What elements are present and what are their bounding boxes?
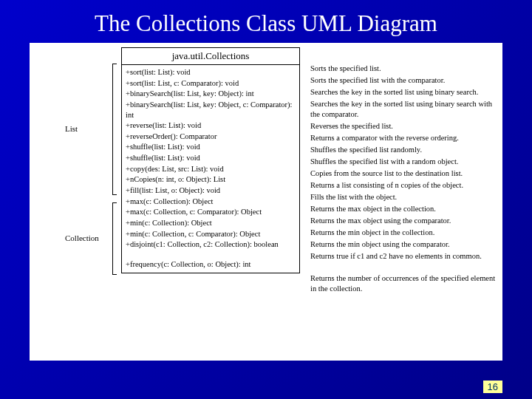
collection-label: Collection — [65, 233, 99, 242]
method-sig: +disjoint(c1: Collection, c2: Collection… — [126, 239, 300, 259]
method-sig: +binarySearch(list: List, key: Object, c… — [126, 100, 300, 120]
method-desc: Fills the list with the object. — [310, 192, 502, 202]
method-desc: Shuffles the specified list randomly. — [310, 145, 502, 155]
method-desc: Reverses the specified list. — [310, 121, 502, 132]
method-sig: +sort(list: List, c: Comparator): void — [126, 78, 300, 89]
method-sig: +max(c: Collection): Object — [126, 197, 300, 207]
method-sig: +max(c: Collection, c: Comparator): Obje… — [126, 207, 300, 217]
method-sig: +shuffle(list: List): void — [126, 153, 300, 163]
list-label: List — [65, 124, 78, 133]
collection-bracket — [112, 202, 117, 275]
diagram-container: java.util.Collections +sort(list: List):… — [30, 43, 502, 361]
uml-members-box: +sort(list: List): void +sort(list: List… — [121, 65, 300, 273]
page-number: 16 — [483, 381, 502, 393]
method-desc: Returns a comparator with the reverse or… — [310, 133, 502, 143]
method-sig: +reverseOrder(): Comparator — [126, 132, 300, 142]
method-desc: Returns the number of occurrences of the… — [310, 273, 502, 293]
list-bracket — [112, 64, 117, 195]
method-desc: Shuffles the specified list with a rando… — [310, 157, 502, 167]
method-desc: Searches the key in the sorted list usin… — [310, 87, 502, 98]
method-desc: Searches the key in the sorted list usin… — [310, 99, 502, 119]
method-sig: +min(c: Collection): Object — [126, 218, 300, 228]
method-desc: Returns the min object using the compara… — [310, 239, 502, 250]
method-sig: +fill(list: List, o: Object): void — [126, 185, 300, 196]
method-sig: +reverse(list: List): void — [126, 120, 300, 131]
method-desc: Returns true if c1 and c2 have no elemen… — [310, 251, 502, 262]
slide-title: The Collections Class UML Diagram — [0, 0, 532, 43]
method-sig: +sort(list: List): void — [126, 67, 300, 78]
method-sig: +frequency(c: Collection, o: Object): in… — [126, 259, 300, 270]
method-desc: Sorts the specified list. — [310, 64, 502, 74]
method-desc: Returns the max object in the collection… — [310, 204, 502, 214]
method-sig: +shuffle(list: List): void — [126, 142, 300, 152]
method-sig: +binarySearch(list: List, key: Object): … — [126, 89, 300, 99]
method-desc: Returns the min object in the collection… — [310, 228, 502, 238]
method-sig: +min(c: Collection, c: Comparator): Obje… — [126, 229, 300, 239]
method-desc: Sorts the specified list with the compar… — [310, 75, 502, 86]
uml-class-name: java.util.Collections — [121, 47, 300, 65]
method-sig: +copy(des: List, src: List): void — [126, 164, 300, 174]
method-sig: +nCopies(n: int, o: Object): List — [126, 174, 300, 185]
method-desc: Returns the max object using the compara… — [310, 216, 502, 226]
method-desc: Returns a list consisting of n copies of… — [310, 180, 502, 191]
method-desc: Copies from the source list to the desti… — [310, 168, 502, 179]
